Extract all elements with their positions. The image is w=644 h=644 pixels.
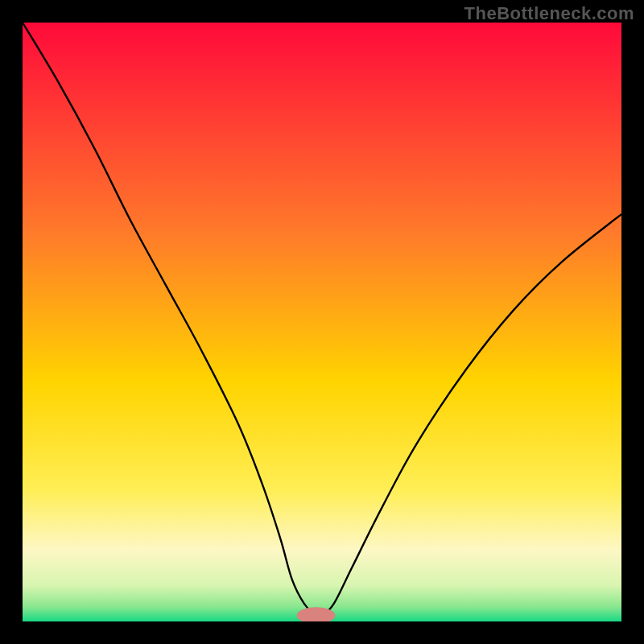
gradient-background bbox=[23, 23, 621, 621]
bottleneck-chart bbox=[23, 23, 621, 621]
chart-frame: TheBottleneck.com bbox=[0, 0, 644, 644]
plot-area bbox=[23, 23, 621, 621]
watermark-text: TheBottleneck.com bbox=[464, 3, 634, 24]
